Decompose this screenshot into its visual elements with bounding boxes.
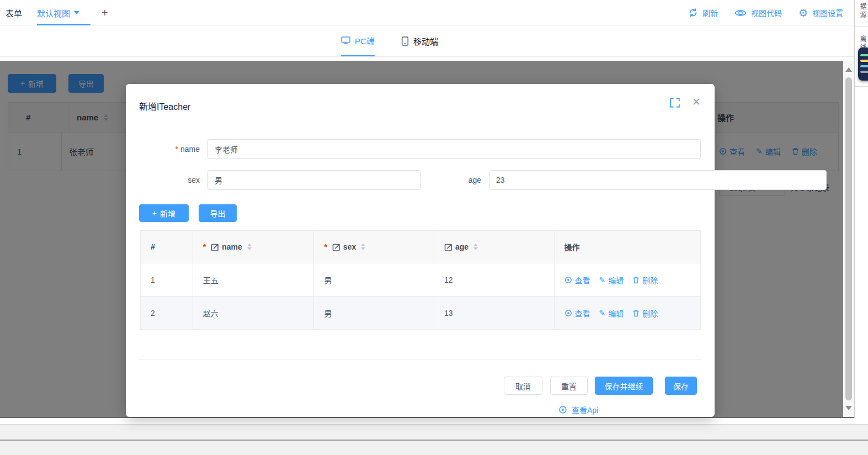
eye-icon (558, 405, 567, 414)
page: 表单 默认视图 + 刷新 视图代码 ⚙ 视图设置 (0, 0, 868, 455)
floating-widget-icon[interactable] (858, 47, 868, 81)
tab-pc-label: PC端 (355, 35, 375, 46)
modal-add-button[interactable]: + 新增 (139, 204, 189, 222)
scroll-up-arrow[interactable] (845, 67, 852, 72)
view-icon (565, 309, 572, 317)
tab-mobile[interactable]: 移动端 (401, 25, 438, 56)
editable-icon (332, 243, 340, 251)
age-input[interactable] (489, 170, 827, 190)
row-delete-link[interactable]: 删除 (632, 274, 658, 285)
reset-button[interactable]: 重置 (550, 377, 588, 395)
view-code-label: 视图代码 (751, 7, 782, 18)
save-button[interactable]: 保存 (665, 377, 697, 395)
eye-icon (734, 9, 747, 17)
name-input[interactable] (207, 139, 701, 159)
top-bar: 表单 默认视图 + 刷新 视图代码 ⚙ 视图设置 (0, 0, 854, 25)
col-sex: * sex (314, 231, 434, 263)
gear-icon: ⚙ (798, 8, 808, 18)
row-edit-link[interactable]: ✎ 编辑 (599, 308, 624, 319)
modal-export-label: 导出 (210, 208, 226, 219)
trash-icon (632, 309, 640, 317)
editable-icon (211, 243, 219, 251)
row-view-link[interactable]: 查看 (565, 308, 590, 319)
required-mark: * (324, 242, 327, 251)
modal-add-label: 新增 (160, 208, 175, 219)
table-row: 2 赵六 男 13 查看 ✎ 编辑 (141, 296, 700, 329)
refresh-button[interactable]: 刷新 (688, 7, 718, 18)
trash-icon (632, 276, 640, 284)
tab-default-view-label: 默认视图 (37, 7, 70, 19)
topbar-actions: 刷新 视图代码 ⚙ 视图设置 (688, 0, 843, 25)
bottom-band (0, 424, 868, 440)
view-settings-label: 视图设置 (812, 7, 843, 18)
row-actions: 查看 ✎ 编辑 删除 (565, 274, 658, 285)
col-index: # (141, 231, 193, 263)
modal-table-header: # * name * sex age 操作 (141, 231, 700, 263)
side-tab-datasource[interactable]: 据源 (858, 3, 867, 19)
sort-icon[interactable] (247, 244, 252, 250)
content-bottom-border (0, 417, 854, 418)
row-view-link[interactable]: 查看 (565, 274, 590, 285)
col-name: * name (193, 231, 315, 263)
view-api-link[interactable]: 查看Api (558, 404, 598, 415)
refresh-label: 刷新 (702, 7, 718, 18)
vertical-scrollbar[interactable] (843, 61, 854, 417)
row-actions: 查看 ✎ 编辑 删除 (565, 308, 658, 319)
sex-field-label: sex (137, 174, 200, 186)
divider (139, 359, 701, 359)
scroll-down-arrow[interactable] (845, 406, 852, 410)
modal-export-button[interactable]: 导出 (199, 204, 237, 222)
refresh-icon (688, 8, 698, 18)
divider (855, 27, 868, 27)
name-field-label: * name (137, 144, 200, 155)
edit-icon: ✎ (599, 309, 606, 318)
table-row: 1 王五 男 12 查看 ✎ 编辑 (141, 263, 700, 296)
bottom-gap (0, 418, 868, 424)
row-delete-link[interactable]: 删除 (632, 308, 658, 319)
row-edit-link[interactable]: ✎ 编辑 (599, 274, 624, 285)
tab-default-view[interactable]: 默认视图 (37, 0, 79, 25)
modal-table: # * name * sex age 操作 (140, 230, 701, 330)
edit-icon: ✎ (599, 276, 606, 284)
add-view-tab[interactable]: + (102, 0, 108, 25)
required-mark: * (175, 145, 178, 154)
view-settings-button[interactable]: ⚙ 视图设置 (798, 7, 843, 18)
required-mark: * (203, 242, 206, 251)
tab-mobile-label: 移动端 (413, 35, 438, 47)
modal-title: 新增ITeacher (139, 99, 190, 113)
close-icon[interactable]: ✕ (690, 95, 703, 108)
mobile-icon (401, 36, 409, 46)
chevron-down-icon (74, 11, 79, 14)
age-field-label: age (435, 174, 481, 186)
cancel-button[interactable]: 取消 (504, 377, 542, 395)
right-side-panel: 据源 离线资源 (854, 0, 868, 418)
fullscreen-icon[interactable] (669, 97, 680, 108)
sort-icon[interactable] (361, 244, 365, 250)
scrollbar-thumb[interactable] (845, 77, 852, 400)
tab-pc[interactable]: PC端 (341, 25, 375, 56)
device-tab-bar: PC端 移动端 (0, 25, 854, 57)
form-label: 表单 (6, 0, 22, 25)
divider (855, 86, 868, 87)
sort-icon[interactable] (473, 244, 478, 250)
save-and-continue-button[interactable]: 保存并继续 (595, 377, 653, 395)
sex-input[interactable] (207, 170, 420, 190)
plus-icon: + (152, 209, 157, 218)
bottom-band (0, 441, 868, 455)
monitor-icon (341, 36, 350, 45)
view-code-button[interactable]: 视图代码 (734, 7, 782, 18)
col-actions: 操作 (555, 231, 700, 263)
view-icon (565, 276, 572, 284)
add-teacher-modal: 新增ITeacher ✕ * name sex age + 新增 导出 (126, 84, 715, 417)
editable-icon (444, 243, 452, 251)
col-age: age (434, 231, 555, 263)
